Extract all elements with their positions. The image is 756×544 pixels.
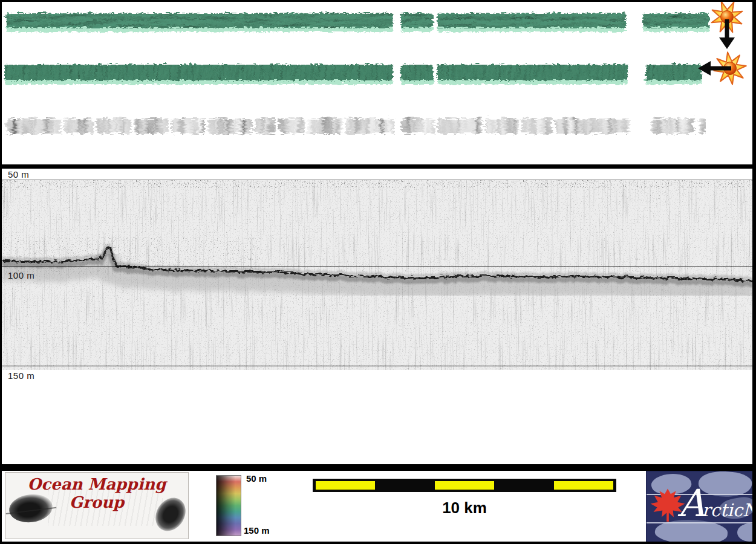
arcticnet-rest: rcticNet xyxy=(702,500,755,520)
map-scale-bar xyxy=(313,479,616,492)
arctic-map-landmass xyxy=(737,523,755,542)
scale-bar-segment xyxy=(494,481,553,490)
surface-noise-band xyxy=(2,180,752,188)
colorbar-top-label: 50 m xyxy=(246,473,267,484)
colorbar-bottom-label: 150 m xyxy=(244,525,270,536)
ocean-mapping-group-logo: Ocean Mapping Group University of New Br… xyxy=(5,472,189,539)
scale-bar-segment xyxy=(435,481,494,490)
swath-bathymetry-line-2 xyxy=(4,63,700,83)
divider-top xyxy=(2,164,752,169)
starburst-turn-marker xyxy=(698,52,746,84)
survey-figure: 50 m 100 m 150 m Ocean Mapping Group Uni… xyxy=(0,0,756,544)
omg-title: Ocean Mapping Group xyxy=(5,475,188,511)
subbottom-echogram xyxy=(2,180,752,370)
depth-tick-100m: 100 m xyxy=(8,270,34,280)
arcticnet-logo: ArcticNet xyxy=(646,471,755,543)
arcticnet-wordmark: ArcticNet xyxy=(678,482,755,525)
scale-bar-label: 10 km xyxy=(313,499,616,517)
swath-bathymetry-line-1 xyxy=(5,12,708,31)
backscatter-line xyxy=(5,117,705,132)
depth-colorbar xyxy=(216,475,241,536)
scale-bar-segment xyxy=(316,481,375,490)
scale-bar-segment xyxy=(554,481,613,490)
arcticnet-initial: A xyxy=(678,482,705,525)
scale-bar-segment xyxy=(375,481,434,490)
depth-tick-50m: 50 m xyxy=(8,169,29,180)
swath-strips-panel xyxy=(2,2,752,164)
depth-tick-150m: 150 m xyxy=(8,371,34,381)
starburst-turn-marker xyxy=(712,2,743,49)
divider-bottom xyxy=(2,464,752,471)
